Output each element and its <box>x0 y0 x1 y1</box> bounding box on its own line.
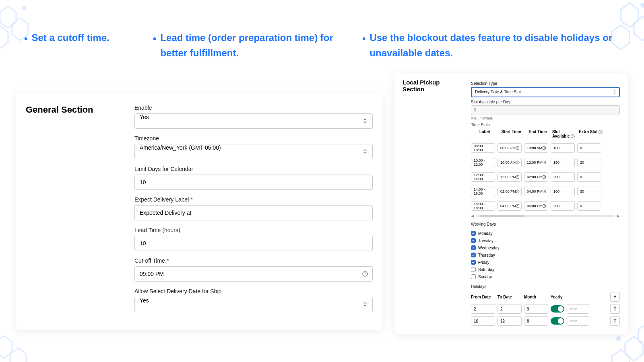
clock-icon <box>542 160 546 165</box>
allow-ship-select[interactable]: Yes <box>134 297 373 312</box>
day-label: Saturday <box>478 267 494 272</box>
clock-icon <box>516 189 520 193</box>
expect-delivery-input[interactable] <box>134 205 373 220</box>
day-checkbox[interactable] <box>471 260 476 265</box>
slot-row: 10:00 - 12:0010:00 AM12:00 PM15020 <box>471 158 620 167</box>
slot-per-day-input[interactable] <box>471 105 620 115</box>
day-checkbox[interactable] <box>471 238 476 243</box>
bullet-text: Lead time (order preparation time) for b… <box>160 30 346 61</box>
selection-type-select[interactable]: Delivery Date & Time Slot <box>471 87 620 97</box>
scroll-right-icon[interactable]: ▶ <box>617 214 620 218</box>
slot-label-input[interactable]: 10:00 - 12:00 <box>471 158 495 167</box>
slot-extra-input[interactable]: 0 <box>577 143 601 153</box>
slot-available-input[interactable]: 200 <box>551 201 575 211</box>
help-icon[interactable]: ? <box>599 130 603 134</box>
help-icon[interactable]: ? <box>571 134 575 138</box>
slot-start-input[interactable]: 02:00 PM <box>497 187 522 196</box>
slot-extra-input[interactable]: 20 <box>577 158 601 167</box>
day-label: Tuesday <box>478 239 493 243</box>
svg-marker-12 <box>625 337 643 361</box>
time-slots-label: Time Slots <box>471 123 620 127</box>
clock-icon <box>516 204 520 208</box>
day-row: Monday <box>471 230 620 237</box>
timezone-label: Timezone <box>134 135 373 142</box>
lead-time-label: Lead Time (hours) <box>134 227 373 233</box>
slot-available-input[interactable]: 150 <box>551 158 575 167</box>
slot-end-input[interactable]: 10:00 AM <box>524 143 548 153</box>
slot-extra-input[interactable]: 0 <box>577 172 601 182</box>
slot-start-input[interactable]: 08:00 AM <box>497 143 522 153</box>
holiday-yearly-toggle[interactable] <box>551 305 564 313</box>
cutoff-time-input[interactable] <box>134 266 373 282</box>
cutoff-label: Cut-off Time * <box>134 257 373 264</box>
slot-end-input[interactable]: 12:00 PM <box>524 158 548 167</box>
day-row: Wednesday <box>471 244 620 251</box>
svg-marker-7 <box>612 25 630 50</box>
holiday-month-input[interactable]: 8 <box>524 316 548 326</box>
clock-icon <box>516 146 520 150</box>
slot-start-input[interactable]: 12:00 PM <box>497 172 522 182</box>
slot-extra-input[interactable]: 0 <box>577 201 601 211</box>
decoration-hexagons <box>0 294 68 362</box>
day-checkbox[interactable] <box>471 253 476 257</box>
slot-label-input[interactable]: 16:00 - 18:00 <box>471 201 495 211</box>
holiday-from-input[interactable]: 10 <box>471 316 495 326</box>
slot-row: 14:00 - 16:0002:00 PM04:00 PM10030 <box>471 187 620 196</box>
day-checkbox[interactable] <box>471 274 476 279</box>
decoration-hexagons <box>0 0 68 72</box>
holiday-yearly-toggle[interactable] <box>551 317 564 325</box>
working-days-label: Working Days <box>471 222 620 226</box>
svg-marker-6 <box>634 16 644 41</box>
day-row: Thursday <box>471 251 620 259</box>
clock-icon <box>542 175 546 179</box>
day-checkbox[interactable] <box>471 231 476 236</box>
slot-available-input[interactable]: 100 <box>551 187 575 196</box>
svg-marker-5 <box>621 3 638 28</box>
slot-extra-input[interactable]: 30 <box>577 187 601 196</box>
day-checkbox[interactable] <box>471 267 476 272</box>
general-section-title: General Section <box>26 105 122 319</box>
slot-per-day-hint: 0 is unlimited. <box>471 116 620 120</box>
svg-marker-1 <box>12 18 28 40</box>
slot-row: 16:00 - 18:0004:00 PM06:00 PM2000 <box>471 201 620 211</box>
expect-delivery-label: Expect Delivery Label * <box>134 196 373 203</box>
holiday-to-input[interactable]: 12 <box>497 316 522 326</box>
timezone-select[interactable]: America/New_York (GMT-05:00) <box>134 144 373 159</box>
slot-label-input[interactable]: 08:00 - 10:00 <box>471 143 495 153</box>
slot-start-input[interactable]: 10:00 AM <box>497 158 522 167</box>
day-label: Sunday <box>478 275 492 279</box>
svg-marker-0 <box>0 6 16 28</box>
slot-row: 08:00 - 10:0008:00 AM10:00 AM1000 <box>471 143 620 153</box>
slots-table-header: Label Start Time End Time Slot Available… <box>471 130 620 139</box>
day-row: Saturday <box>471 266 620 273</box>
day-label: Monday <box>478 231 493 236</box>
enable-select[interactable]: Yes <box>134 113 373 129</box>
holiday-month-input[interactable]: 9 <box>524 304 548 314</box>
day-checkbox[interactable] <box>471 245 476 250</box>
slot-end-input[interactable]: 06:00 PM <box>524 201 548 211</box>
slot-end-input[interactable]: 02:00 PM <box>524 172 548 182</box>
slot-start-input[interactable]: 04:00 PM <box>497 201 522 211</box>
slot-per-day-label: Slot Available per Day <box>471 100 620 104</box>
day-label: Wednesday <box>478 246 500 250</box>
svg-point-8 <box>641 4 644 7</box>
chevron-updown-icon <box>613 90 616 94</box>
clock-icon <box>542 189 546 193</box>
slot-available-input[interactable]: 100 <box>551 143 575 153</box>
holiday-to-input[interactable]: 2 <box>497 304 522 314</box>
lead-time-input[interactable] <box>134 236 373 251</box>
svg-marker-14 <box>638 323 644 348</box>
slots-scrollbar[interactable]: ◀ ▶ <box>471 214 620 218</box>
holiday-from-input[interactable]: 2 <box>471 304 495 314</box>
scroll-left-icon[interactable]: ◀ <box>471 214 474 218</box>
enable-label: Enable <box>134 105 373 111</box>
clock-icon <box>516 160 520 165</box>
clock-icon <box>542 204 546 208</box>
slot-label-input[interactable]: 12:00 - 14:00 <box>471 172 495 182</box>
svg-point-15 <box>617 337 620 341</box>
limit-days-input[interactable] <box>134 175 373 190</box>
slot-label-input[interactable]: 14:00 - 16:00 <box>471 187 495 196</box>
slot-available-input[interactable]: 200 <box>551 172 575 182</box>
day-row: Friday <box>471 259 620 266</box>
slot-end-input[interactable]: 04:00 PM <box>524 187 548 196</box>
